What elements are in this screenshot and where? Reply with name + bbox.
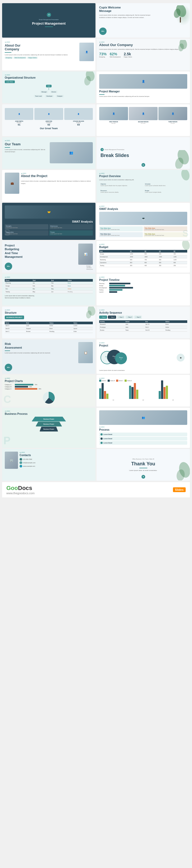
s4-stat-1: 73% Designing	[99, 52, 106, 58]
s24-q1-c	[104, 391, 106, 399]
slides-grid: ★ Simple Management Presentation Project…	[2, 2, 190, 482]
s9-body: Lorem ipsum dolor sit amet, consectetur …	[5, 149, 48, 153]
s24-q3-a	[159, 391, 161, 399]
s5-org-des: Designer	[56, 95, 64, 97]
s7-member-1: 👤 JOHN SMITH Manager 01	[5, 108, 33, 126]
s10-leaf-svg	[174, 150, 190, 168]
s12-cols: ObjectiveLorem ipsum details here for pr…	[99, 182, 187, 194]
logo-mark-s1: ★	[47, 13, 51, 17]
s16-leaf-svg	[179, 241, 190, 254]
s7-num-1: 01	[5, 123, 33, 126]
s16-th-item: Item	[99, 250, 129, 252]
s20-sequence: ✓Step 1 ✓Step 2 ○Step 3 ○Step 4 ○Step 5	[99, 315, 187, 332]
s19-th-4: Notes	[73, 322, 93, 324]
s7-member-2: 👤 JANE DOE Developer 02	[34, 108, 63, 126]
s10-leaf	[174, 150, 190, 169]
s28-top-bar: Office Business | Our Team | Slide 28	[99, 458, 187, 460]
table-row: Item ALeadActiveLorem	[5, 324, 93, 327]
s27-phone-icon: 📞	[20, 458, 22, 461]
s28-body: Lorem ipsum dolor sit amet consectetur.	[129, 469, 157, 472]
s16-th-q3: Q3	[158, 250, 173, 252]
s8-info-1: FIRST PERSON Manager	[99, 121, 128, 124]
s14-laptop: 💻	[99, 212, 187, 225]
s5-leaf-svg	[82, 71, 95, 87]
s14-q3: Title Slide Here Lorem ipsum dolor sit a…	[99, 232, 143, 237]
s24-legend-3: Series C	[116, 380, 123, 382]
s24-label-q2: Q2	[129, 399, 158, 401]
s17-table: Phase Start End Status PlanningJanFebDon…	[5, 279, 93, 293]
s18-bar-4-fill	[109, 289, 123, 291]
s5-org-mgr: Manager	[40, 91, 48, 93]
s8-role-1: Manager	[99, 123, 128, 124]
s24-group-q3	[159, 380, 187, 399]
s15-info: Budget Timeline Resources	[87, 265, 93, 270]
slide-10: ★ Simple Management Presentation Break S…	[97, 137, 190, 169]
s16-th-q2: Q2	[143, 250, 158, 252]
table-row: DesignFebMarDone	[5, 285, 93, 287]
table-row: TestingMayJunPending	[5, 290, 93, 293]
slide-20: ★ LOGO Activity Sequence ✓Step 1 ✓Step 2…	[97, 307, 190, 338]
s5-org-dev: Developer	[45, 95, 54, 97]
s8-photo-3: 👤	[158, 107, 187, 120]
s20-step-5: ○Step 5	[134, 315, 142, 319]
s4-stats: 73% Designing 62% Web Development 2.5k H…	[99, 52, 187, 58]
s24-legend-4: Series D	[125, 380, 132, 382]
s2-badge: 983+	[99, 28, 106, 35]
s14-quadrants: Title Slide Here Lorem ipsum dolor sit a…	[99, 226, 187, 237]
s26-step-1: Lorem Detail	[99, 433, 187, 436]
table-row: ResearchJohnJan 15Done	[99, 323, 187, 326]
slide-28: Office Business | Our Team | Slide 28 Th…	[97, 449, 190, 481]
s24-q3-d	[166, 386, 168, 399]
s19-leaf-svg	[85, 307, 95, 320]
s20-step-4: ○Step 4	[125, 315, 133, 319]
s24-logo: ★ LOGO	[99, 377, 187, 379]
s25-level-1: Business Project	[32, 417, 66, 422]
s26-step-1-label: Lorem Detail	[103, 434, 112, 435]
s10-logo: ★ Simple Management Presentation	[100, 148, 186, 151]
s7-photo-1: 👤	[5, 108, 33, 120]
slide-18: ★ LOGO Project Timeline Planning Design …	[97, 274, 190, 306]
s22-circle-3: Phase3	[115, 352, 127, 364]
slide-11: 💼 ★ LOGO About the Project Lorem ipsum d…	[2, 170, 95, 202]
s13-q4: ThreatsLorem ipsum text here	[49, 230, 93, 236]
s24-q1-b	[101, 383, 104, 399]
s20-step-3: ○Step 3	[117, 315, 125, 319]
slide-27: 🏢 ★ LOGO Contacts 📞 123-456-7890 ✉ info@…	[2, 449, 95, 481]
svg-point-10	[181, 241, 190, 251]
s26-logo: ★ LOGO	[99, 426, 187, 428]
s23-pie-chart	[43, 392, 55, 404]
s9-divider	[5, 147, 10, 148]
s10-icon: ▼	[141, 163, 145, 167]
s24-q2-b	[131, 387, 133, 399]
footer-logo: GooDocs www.thegoodocs.com	[6, 485, 35, 495]
s14-logo: ★ LOGO	[99, 206, 187, 207]
plant-svg-s2	[173, 5, 188, 24]
s23-bar-1-label: Category A	[5, 384, 14, 385]
s5-org-tl: Team Lead	[34, 95, 43, 97]
slide-16: ★ LOGO Budget Item Q1 Q2 Q3 Q4 Design120…	[97, 241, 190, 273]
s12-col-1: ObjectiveLorem ipsum details here for pr…	[99, 182, 143, 187]
s9-left: Our Team Lorem ipsum dolor sit amet, con…	[5, 142, 48, 163]
s13-swat-letter: S	[4, 227, 10, 238]
logo-goo: Goo	[6, 485, 18, 491]
s26-dot-1	[100, 433, 103, 435]
s21-divider	[5, 350, 10, 351]
slide-7: 👤 JOHN SMITH Manager 01 👤 JANE DOE Devel…	[2, 104, 95, 136]
s7-member-3: 👤 STEVEN WILSON Designer 03	[64, 108, 93, 126]
table-row: Design1200800600400	[99, 252, 187, 255]
s5-leaf	[82, 71, 95, 88]
s20-title: Activity Sequence	[99, 311, 187, 314]
s5-cta[interactable]: Learn More	[5, 81, 15, 83]
table-row: PrototypeJaneFeb 1Active	[99, 326, 187, 329]
s23-bar-3: Category C 85%	[5, 388, 93, 390]
page-wrapper: ★ Simple Management Presentation Project…	[0, 0, 192, 499]
s24-q3-c	[163, 387, 165, 399]
s26-step-2: Lorem Detail	[99, 437, 187, 440]
svg-point-9	[180, 170, 190, 181]
slide-15: 📊 ProjectBudgetingAnd TimeManagement 983…	[2, 241, 95, 273]
s19-badge-box: BUSINESS PROJECT	[5, 315, 24, 319]
slide-3: ★ LOGO About OurCompany Lorem ipsum dolo…	[2, 39, 95, 70]
slide-26: 👥 ★ LOGO Process Lorem Detail Lorem Deta…	[97, 408, 190, 448]
s12-body: Lorem ipsum dolor sit amet consectetur a…	[99, 179, 187, 181]
s24-q3-b	[161, 380, 163, 399]
